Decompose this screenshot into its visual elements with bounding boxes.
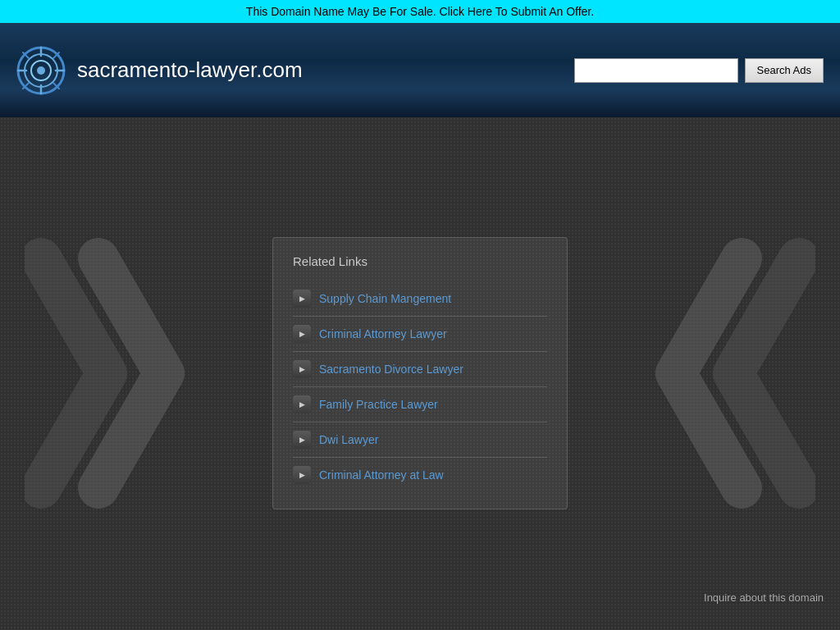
- list-item[interactable]: Dwi Lawyer: [293, 422, 547, 458]
- search-input[interactable]: [574, 58, 738, 83]
- banner-text: This Domain Name May Be For Sale. Click …: [246, 5, 594, 18]
- list-item[interactable]: Criminal Attorney Lawyer: [293, 317, 547, 352]
- list-item[interactable]: Supply Chain Mangement: [293, 281, 547, 317]
- main-content: Related Links Supply Chain Mangement Cri…: [0, 117, 840, 628]
- arrow-icon: [293, 290, 311, 308]
- arrow-icon: [293, 360, 311, 378]
- link-label: Criminal Attorney at Law: [319, 468, 444, 482]
- logo-area: sacramento-lawyer.com: [16, 46, 303, 95]
- link-label: Dwi Lawyer: [319, 433, 378, 446]
- link-label: Supply Chain Mangement: [319, 292, 451, 305]
- arrow-icon: [293, 395, 311, 413]
- header: sacramento-lawyer.com Search Ads: [0, 23, 840, 117]
- link-label: Family Practice Lawyer: [319, 398, 438, 411]
- search-ads-button[interactable]: Search Ads: [745, 58, 824, 83]
- search-area: Search Ads: [574, 58, 824, 83]
- inquire-domain-link[interactable]: Inquire about this domain: [704, 591, 824, 604]
- arrow-icon: [293, 431, 311, 449]
- logo-icon: [16, 46, 66, 95]
- arrow-icon: [293, 325, 311, 343]
- arrow-icon: [293, 466, 311, 484]
- right-chevrons-decoration: [643, 226, 824, 521]
- related-links-box: Related Links Supply Chain Mangement Cri…: [272, 237, 568, 509]
- link-label: Sacramento Divorce Lawyer: [319, 363, 463, 376]
- svg-point-3: [37, 66, 45, 75]
- left-chevrons-decoration: [16, 226, 197, 521]
- list-item[interactable]: Criminal Attorney at Law: [293, 458, 547, 492]
- top-banner[interactable]: This Domain Name May Be For Sale. Click …: [0, 0, 840, 23]
- list-item[interactable]: Sacramento Divorce Lawyer: [293, 352, 547, 387]
- related-links-title: Related Links: [293, 254, 547, 268]
- site-title: sacramento-lawyer.com: [77, 57, 303, 83]
- link-label: Criminal Attorney Lawyer: [319, 327, 447, 340]
- list-item[interactable]: Family Practice Lawyer: [293, 387, 547, 422]
